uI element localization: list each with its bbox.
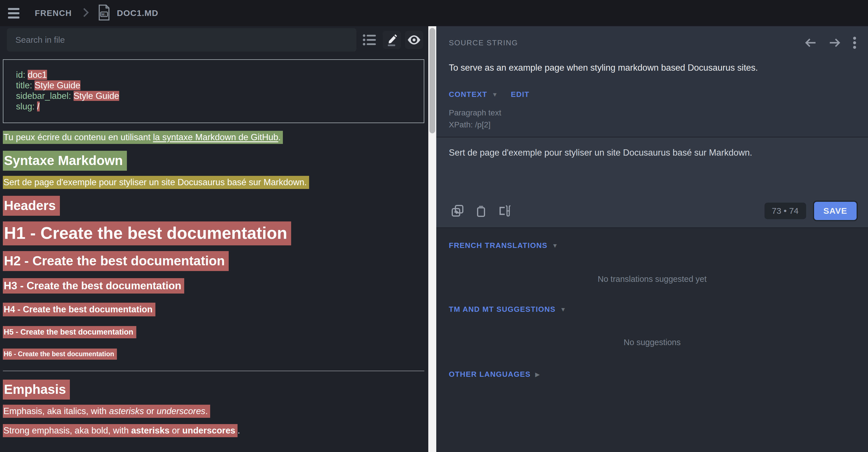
copy-icon: [451, 204, 464, 218]
tm-mt-suggestions-toggle[interactable]: TM AND MT SUGGESTIONS: [449, 305, 556, 314]
doc-string-p[interactable]: Strong emphasis, aka bold, with asterisk…: [3, 425, 425, 436]
source-text: To serve as an example page when styling…: [449, 63, 857, 73]
document-scroll-area[interactable]: id: doc1title: Style Guidesidebar_label:…: [0, 53, 428, 452]
tm-mt-caret-icon[interactable]: ▼: [560, 306, 566, 313]
highlight-mode-button[interactable]: [383, 31, 401, 49]
doc-string-h5[interactable]: H5 - Create the best documentation: [3, 328, 425, 336]
string-list-view-button[interactable]: [361, 31, 379, 49]
trash-icon: [476, 204, 487, 218]
breadcrumb-project[interactable]: FRENCH: [35, 8, 72, 18]
context-type: Paragraph text: [449, 107, 857, 119]
source-string-section: SOURCE STRING: [436, 26, 868, 137]
select-text-button[interactable]: [498, 204, 512, 218]
french-translations-toggle[interactable]: FRENCH TRANSLATIONS: [449, 241, 548, 250]
doc-string-p[interactable]: Tu peux écrire du contenu en utilisant l…: [3, 132, 425, 142]
delete-translation-button[interactable]: [476, 204, 487, 218]
kebab-menu-icon: [852, 36, 857, 49]
frontmatter-block[interactable]: id: doc1title: Style Guidesidebar_label:…: [3, 59, 424, 123]
translations-empty-message: No translations suggested yet: [449, 275, 856, 284]
breadcrumb-file[interactable]: DOC1.MD: [117, 8, 158, 18]
context-xpath: XPath: /p[2]: [449, 119, 857, 131]
scrollbar-thumb[interactable]: [429, 28, 435, 133]
horizontal-rule: [3, 370, 424, 372]
top-bar: FRENCH M↓ DOC1.MD: [0, 0, 868, 26]
eye-icon: [407, 34, 421, 46]
string-menu-button[interactable]: [852, 36, 857, 49]
translation-panel: SOURCE STRING: [436, 26, 868, 452]
french-translations-caret-icon[interactable]: ▼: [552, 242, 558, 249]
doc-string-h2[interactable]: H2 - Create the best documentation: [3, 253, 425, 268]
translation-input[interactable]: Sert de page d'exemple pour styliser un …: [436, 137, 868, 158]
suggestions-section: FRENCH TRANSLATIONS ▼ No translations su…: [436, 228, 868, 452]
tm-empty-message: No suggestions: [449, 338, 856, 347]
arrow-right-icon: [829, 38, 841, 48]
character-counter: 73 • 74: [765, 203, 806, 219]
previous-string-button[interactable]: [805, 38, 817, 48]
other-languages-caret-icon[interactable]: ▶: [535, 371, 540, 378]
document-content: id: doc1title: Style Guidesidebar_label:…: [3, 53, 425, 436]
doc-string-h2[interactable]: Headers: [3, 198, 425, 213]
source-string-title: SOURCE STRING: [449, 38, 518, 47]
highlighter-pencil-icon: [385, 33, 398, 46]
markdown-file-icon: M↓: [97, 4, 111, 22]
doc-string-p[interactable]: Sert de page d'exemple pour styliser un …: [3, 177, 425, 188]
other-languages-toggle[interactable]: OTHER LANGUAGES: [449, 370, 531, 379]
breadcrumb-chevron-icon: [82, 7, 90, 20]
editor-toolbar: 73 • 74 SAVE: [436, 202, 868, 227]
file-preview-panel: id: doc1title: Style Guidesidebar_label:…: [0, 26, 428, 452]
svg-text:M↓: M↓: [101, 12, 106, 17]
preview-mode-button[interactable]: [405, 31, 423, 49]
context-toggle[interactable]: CONTEXT: [449, 90, 487, 99]
next-string-button[interactable]: [829, 38, 841, 48]
translation-editor-section: Sert de page d'exemple pour styliser un …: [436, 137, 868, 228]
arrow-left-icon: [805, 38, 817, 48]
context-edit-button[interactable]: EDIT: [511, 90, 529, 99]
doc-string-h2[interactable]: Syntaxe Markdown: [3, 153, 425, 168]
hamburger-menu-icon[interactable]: [8, 6, 21, 20]
doc-string-p[interactable]: Emphasis, aka italics, with asterisks or…: [3, 406, 425, 416]
doc-string-h1[interactable]: H1 - Create the best documentation: [3, 223, 425, 243]
doc-string-h3[interactable]: H3 - Create the best documentation: [3, 280, 425, 292]
search-input[interactable]: [7, 28, 356, 52]
list-icon: [362, 33, 377, 47]
context-caret-icon[interactable]: ▼: [492, 91, 498, 98]
doc-string-h4[interactable]: H4 - Create the best documentation: [3, 304, 425, 315]
left-toolbar: [0, 26, 428, 53]
text-cursor-icon: [498, 204, 512, 218]
doc-string-h2[interactable]: Emphasis: [3, 382, 425, 397]
doc-string-h6[interactable]: H6 - Create the best documentation: [3, 350, 425, 358]
save-button[interactable]: SAVE: [814, 202, 857, 220]
left-panel-scrollbar[interactable]: [428, 26, 436, 452]
copy-source-button[interactable]: [451, 204, 464, 218]
